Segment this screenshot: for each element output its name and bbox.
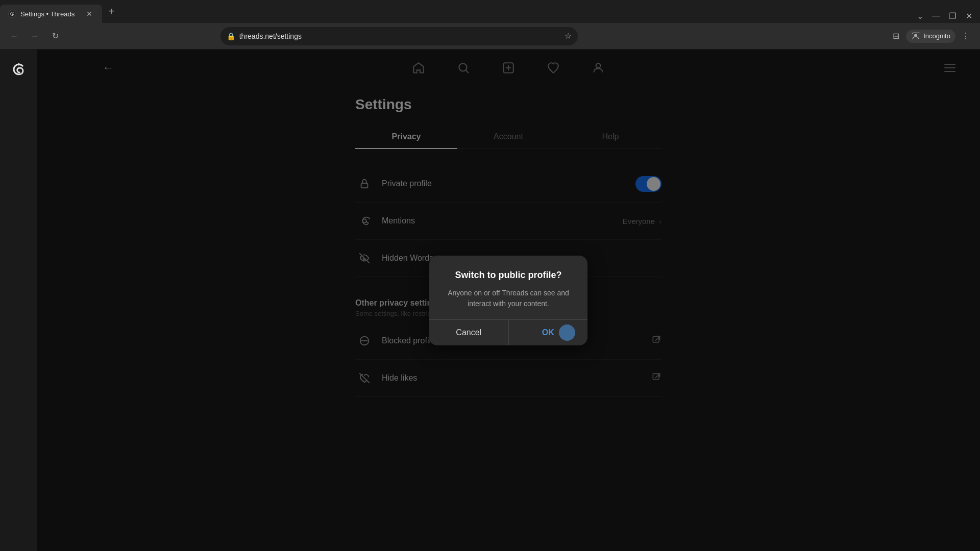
browser-chrome: Settings • Threads ✕ + ⌄ — ❐ ✕ ← → ↻ 🔒 t… (0, 0, 980, 49)
new-tab-button[interactable]: + (104, 5, 118, 19)
main-content: ← (37, 49, 980, 551)
close-button[interactable]: ✕ (962, 9, 976, 23)
reload-button[interactable]: ↻ (47, 28, 63, 44)
bookmark-manager-button[interactable]: ⊟ (888, 28, 904, 44)
cursor-indicator (559, 324, 575, 341)
restore-button[interactable]: ❐ (945, 9, 960, 23)
incognito-label: Incognito (923, 32, 950, 40)
dialog-message: Anyone on or off Threads can see and int… (442, 288, 575, 309)
minimize-button[interactable]: — (929, 9, 943, 23)
dialog-footer: Cancel OK (429, 319, 587, 345)
bookmark-icon[interactable]: ☆ (565, 31, 572, 41)
tab-title: Settings • Threads (20, 10, 81, 18)
forward-button[interactable]: → (27, 28, 43, 44)
threads-logo[interactable] (8, 58, 29, 78)
address-bar-input[interactable]: 🔒 threads.net/settings ☆ (220, 27, 578, 45)
chrome-menu-button[interactable]: ⋮ (958, 28, 974, 44)
page-content: ← (0, 49, 980, 551)
back-button[interactable]: ← (6, 28, 22, 44)
incognito-badge[interactable]: Incognito (906, 30, 955, 43)
switch-profile-dialog: Switch to public profile? Anyone on or o… (429, 256, 587, 345)
dialog-ok-button[interactable]: OK (509, 320, 588, 345)
url-display: threads.net/settings (239, 32, 560, 40)
svg-point-2 (18, 63, 20, 66)
tab-bar: Settings • Threads ✕ + ⌄ — ❐ ✕ (0, 0, 980, 23)
tab-favicon (8, 10, 16, 18)
tab-dropdown-button[interactable]: ⌄ (913, 9, 927, 23)
secure-icon: 🔒 (227, 32, 235, 40)
toolbar-right: ⊟ Incognito ⋮ (888, 28, 974, 44)
dialog-title: Switch to public profile? (442, 270, 575, 281)
active-tab[interactable]: Settings • Threads ✕ (0, 5, 102, 23)
dialog-overlay: Switch to public profile? Anyone on or o… (37, 49, 980, 551)
tab-close-button[interactable]: ✕ (85, 9, 94, 18)
dialog-body: Switch to public profile? Anyone on or o… (429, 256, 587, 319)
dialog-cancel-button[interactable]: Cancel (429, 320, 509, 345)
address-bar: ← → ↻ 🔒 threads.net/settings ☆ ⊟ Incogni… (0, 23, 980, 49)
threads-sidebar (0, 49, 37, 551)
tab-bar-controls: ⌄ — ❐ ✕ (913, 9, 980, 23)
